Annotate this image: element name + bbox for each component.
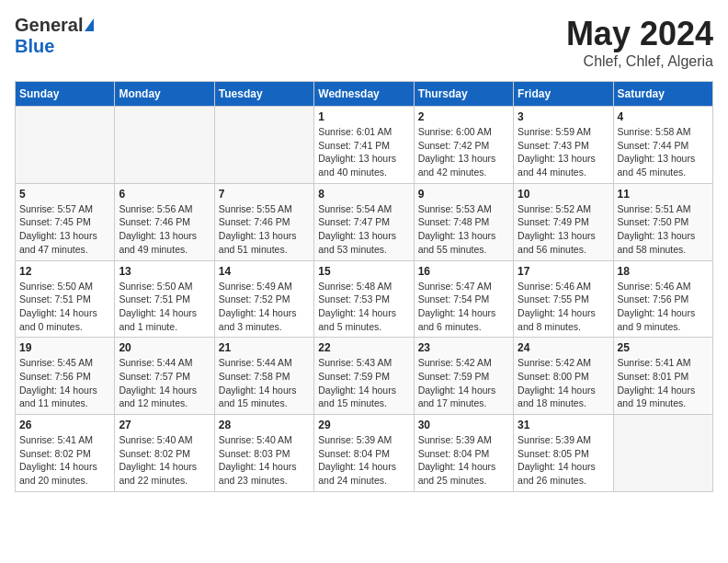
day-info: Sunrise: 5:39 AM Sunset: 8:04 PM Dayligh… [318,433,409,488]
calendar-cell [16,107,115,184]
calendar-cell: 14Sunrise: 5:49 AM Sunset: 7:52 PM Dayli… [214,260,313,338]
calendar-cell: 10Sunrise: 5:52 AM Sunset: 7:49 PM Dayli… [514,183,613,260]
day-number: 25 [618,341,709,354]
day-number: 22 [318,341,409,354]
day-info: Sunrise: 5:41 AM Sunset: 8:02 PM Dayligh… [19,433,110,488]
calendar-cell: 12Sunrise: 5:50 AM Sunset: 7:51 PM Dayli… [16,260,115,338]
day-number: 14 [219,265,310,278]
day-number: 30 [418,419,509,431]
calendar-cell: 1Sunrise: 6:01 AM Sunset: 7:41 PM Daylig… [314,107,414,184]
calendar-week-row: 1Sunrise: 6:01 AM Sunset: 7:41 PM Daylig… [16,107,713,184]
day-info: Sunrise: 5:44 AM Sunset: 7:57 PM Dayligh… [119,356,210,410]
day-number: 9 [418,188,509,201]
day-info: Sunrise: 5:39 AM Sunset: 8:04 PM Dayligh… [418,433,509,488]
day-info: Sunrise: 5:48 AM Sunset: 7:53 PM Dayligh… [318,280,409,334]
calendar-cell: 28Sunrise: 5:40 AM Sunset: 8:03 PM Dayli… [214,415,313,492]
calendar-cell: 25Sunrise: 5:41 AM Sunset: 8:01 PM Dayli… [613,338,712,415]
day-number: 4 [618,110,709,123]
calendar-cell: 6Sunrise: 5:56 AM Sunset: 7:46 PM Daylig… [115,183,214,260]
day-number: 19 [19,341,110,354]
calendar-cell: 15Sunrise: 5:48 AM Sunset: 7:53 PM Dayli… [314,260,414,338]
calendar-cell [214,107,313,184]
day-number: 20 [119,341,210,354]
calendar-cell: 21Sunrise: 5:44 AM Sunset: 7:58 PM Dayli… [214,338,313,415]
day-number: 7 [219,188,310,201]
calendar-cell: 26Sunrise: 5:41 AM Sunset: 8:02 PM Dayli… [16,415,115,492]
day-info: Sunrise: 5:40 AM Sunset: 8:02 PM Dayligh… [119,433,210,488]
calendar-cell: 27Sunrise: 5:40 AM Sunset: 8:02 PM Dayli… [115,415,214,492]
calendar-cell: 2Sunrise: 6:00 AM Sunset: 7:42 PM Daylig… [414,107,513,184]
day-number: 5 [19,188,110,201]
day-info: Sunrise: 5:44 AM Sunset: 7:58 PM Dayligh… [219,356,310,410]
day-number: 21 [219,341,310,354]
calendar-cell: 13Sunrise: 5:50 AM Sunset: 7:51 PM Dayli… [115,260,214,338]
day-info: Sunrise: 6:01 AM Sunset: 7:41 PM Dayligh… [318,125,409,179]
weekday-header: Thursday [414,82,513,107]
calendar-cell [613,415,712,492]
day-info: Sunrise: 6:00 AM Sunset: 7:42 PM Dayligh… [418,125,509,179]
calendar-cell: 8Sunrise: 5:54 AM Sunset: 7:47 PM Daylig… [314,183,414,260]
day-number: 6 [119,188,210,201]
weekday-header: Sunday [16,82,115,107]
day-number: 12 [19,265,110,278]
calendar-cell: 24Sunrise: 5:42 AM Sunset: 8:00 PM Dayli… [514,338,613,415]
day-info: Sunrise: 5:52 AM Sunset: 7:49 PM Dayligh… [518,202,609,257]
weekday-header: Wednesday [314,82,414,107]
weekday-header-row: SundayMondayTuesdayWednesdayThursdayFrid… [16,82,713,107]
day-info: Sunrise: 5:54 AM Sunset: 7:47 PM Dayligh… [318,202,409,257]
weekday-header: Friday [514,82,613,107]
day-info: Sunrise: 5:39 AM Sunset: 8:05 PM Dayligh… [518,433,609,488]
logo-general-text: General [15,15,83,36]
day-info: Sunrise: 5:42 AM Sunset: 8:00 PM Dayligh… [518,356,609,410]
weekday-header: Tuesday [214,82,313,107]
day-info: Sunrise: 5:56 AM Sunset: 7:46 PM Dayligh… [119,202,210,257]
day-number: 13 [119,265,210,278]
day-number: 16 [418,265,509,278]
day-info: Sunrise: 5:50 AM Sunset: 7:51 PM Dayligh… [119,280,210,334]
day-number: 2 [418,110,509,123]
day-info: Sunrise: 5:41 AM Sunset: 8:01 PM Dayligh… [618,356,709,410]
day-number: 31 [518,419,609,431]
logo: General Blue [15,15,94,57]
day-info: Sunrise: 5:51 AM Sunset: 7:50 PM Dayligh… [618,202,709,257]
weekday-header: Monday [115,82,214,107]
day-info: Sunrise: 5:58 AM Sunset: 7:44 PM Dayligh… [618,125,709,179]
day-number: 29 [318,419,409,431]
day-number: 17 [518,265,609,278]
day-number: 26 [19,419,110,431]
logo-triangle-icon [85,18,94,31]
page-header: General Blue May 2024 Chlef, Chlef, Alge… [15,15,713,70]
calendar-cell: 20Sunrise: 5:44 AM Sunset: 7:57 PM Dayli… [115,338,214,415]
calendar-cell: 18Sunrise: 5:46 AM Sunset: 7:56 PM Dayli… [613,260,712,338]
calendar-cell: 31Sunrise: 5:39 AM Sunset: 8:05 PM Dayli… [514,415,613,492]
day-info: Sunrise: 5:42 AM Sunset: 7:59 PM Dayligh… [418,356,509,410]
day-info: Sunrise: 5:53 AM Sunset: 7:48 PM Dayligh… [418,202,509,257]
day-info: Sunrise: 5:57 AM Sunset: 7:45 PM Dayligh… [19,202,110,257]
day-info: Sunrise: 5:45 AM Sunset: 7:56 PM Dayligh… [19,356,110,410]
day-info: Sunrise: 5:55 AM Sunset: 7:46 PM Dayligh… [219,202,310,257]
title-area: May 2024 Chlef, Chlef, Algeria [566,15,713,70]
calendar-cell: 7Sunrise: 5:55 AM Sunset: 7:46 PM Daylig… [214,183,313,260]
day-number: 23 [418,341,509,354]
day-info: Sunrise: 5:40 AM Sunset: 8:03 PM Dayligh… [219,433,310,488]
day-number: 8 [318,188,409,201]
calendar-cell: 11Sunrise: 5:51 AM Sunset: 7:50 PM Dayli… [613,183,712,260]
day-number: 15 [318,265,409,278]
calendar-table: SundayMondayTuesdayWednesdayThursdayFrid… [15,81,713,492]
day-info: Sunrise: 5:43 AM Sunset: 7:59 PM Dayligh… [318,356,409,410]
calendar-cell [115,107,214,184]
day-number: 11 [618,188,709,201]
calendar-week-row: 19Sunrise: 5:45 AM Sunset: 7:56 PM Dayli… [16,338,713,415]
day-info: Sunrise: 5:46 AM Sunset: 7:56 PM Dayligh… [618,280,709,334]
day-number: 27 [119,419,210,431]
calendar-cell: 9Sunrise: 5:53 AM Sunset: 7:48 PM Daylig… [414,183,513,260]
calendar-cell: 22Sunrise: 5:43 AM Sunset: 7:59 PM Dayli… [314,338,414,415]
calendar-cell: 19Sunrise: 5:45 AM Sunset: 7:56 PM Dayli… [16,338,115,415]
calendar-week-row: 5Sunrise: 5:57 AM Sunset: 7:45 PM Daylig… [16,183,713,260]
day-number: 24 [518,341,609,354]
calendar-week-row: 12Sunrise: 5:50 AM Sunset: 7:51 PM Dayli… [16,260,713,338]
weekday-header: Saturday [613,82,712,107]
calendar-week-row: 26Sunrise: 5:41 AM Sunset: 8:02 PM Dayli… [16,415,713,492]
calendar-cell: 4Sunrise: 5:58 AM Sunset: 7:44 PM Daylig… [613,107,712,184]
calendar-cell: 23Sunrise: 5:42 AM Sunset: 7:59 PM Dayli… [414,338,513,415]
